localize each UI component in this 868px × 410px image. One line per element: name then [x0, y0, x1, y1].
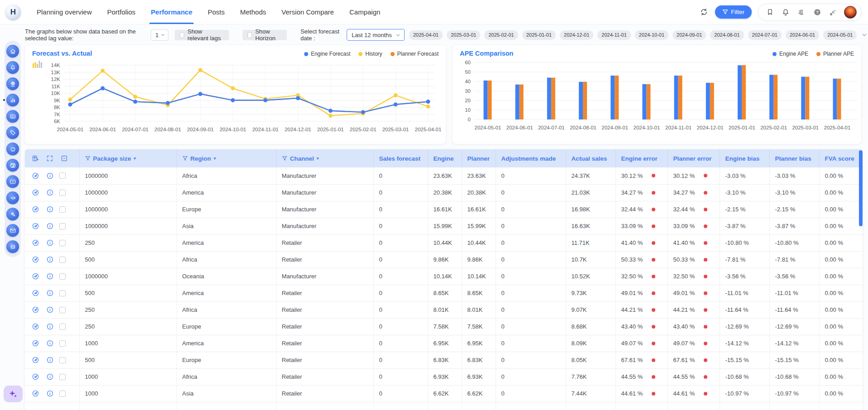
row-checkbox[interactable] [59, 172, 66, 179]
date-chip[interactable]: 2024-07-01 [748, 30, 782, 40]
sidebar-item-help-card[interactable]: ? [6, 175, 19, 188]
date-chip[interactable]: 2024-12-01 [560, 30, 593, 40]
column-header-planner-bias[interactable]: Planner bias [769, 149, 819, 167]
table-row[interactable]: 1000AmericaRetailer06.95K6.95K08.09K49.0… [25, 335, 863, 352]
navigate-icon[interactable] [30, 255, 40, 265]
refresh-icon[interactable] [699, 7, 709, 17]
info-icon[interactable] [45, 372, 55, 382]
navigate-icon[interactable] [30, 238, 40, 248]
rewards-icon[interactable] [796, 7, 806, 17]
help-icon[interactable]: ? [812, 7, 822, 17]
info-icon[interactable] [45, 171, 55, 181]
info-icon[interactable] [45, 255, 55, 265]
column-header-engine-error[interactable]: Engine error [615, 149, 668, 167]
info-icon[interactable] [45, 238, 55, 248]
collapse-rows-icon[interactable] [59, 153, 69, 163]
table-row[interactable]: 250AfricaRetailer08.01K8.01K09.07K44.21 … [25, 301, 863, 318]
sidebar-item-home[interactable] [6, 45, 19, 57]
date-chip[interactable]: 2025-02-01 [484, 30, 518, 40]
row-checkbox[interactable] [59, 357, 66, 363]
lag-value-select[interactable]: 1 [151, 29, 168, 41]
tab-posts[interactable]: Posts [200, 0, 233, 24]
table-row[interactable]: 1000000OceaniaManufacturer010.14K10.14K0… [25, 268, 863, 285]
row-checkbox[interactable] [59, 206, 66, 213]
row-checkbox[interactable] [59, 290, 66, 296]
column-header-fva-score[interactable]: FVA score [819, 149, 863, 167]
date-chip[interactable]: 2024-05-01 [823, 30, 857, 40]
sidebar-item-mail[interactable] [6, 224, 19, 237]
table-row[interactable]: 1000AfricaRetailer06.93K6.93K07.76K44.55… [25, 368, 863, 385]
date-chip[interactable]: 2024-11-01 [597, 30, 630, 40]
date-chip[interactable]: 2024-08-01 [710, 30, 744, 40]
info-icon[interactable] [45, 205, 55, 215]
date-chip[interactable]: 2024-09-01 [672, 30, 706, 40]
sort-caret-icon[interactable]: ▾ [134, 156, 136, 161]
column-header-actual-sales[interactable]: Actual sales [566, 149, 615, 167]
tab-methods[interactable]: Methods [233, 0, 274, 24]
sidebar-item-gears[interactable] [6, 208, 19, 220]
table-row[interactable]: 500AmericaRetailer08.65K8.65K09.73K49.01… [25, 285, 863, 301]
column-header-engine[interactable]: Engine [428, 149, 462, 167]
insert-table-icon[interactable] [30, 153, 40, 163]
info-icon[interactable] [45, 272, 55, 281]
tab-campaign[interactable]: Campaign [342, 0, 388, 24]
sidebar-item-tag[interactable] [6, 126, 19, 139]
sidebar-item-integration[interactable] [6, 191, 19, 204]
avatar[interactable] [844, 6, 857, 19]
navigate-icon[interactable] [30, 205, 40, 215]
row-checkbox[interactable] [59, 391, 66, 397]
info-icon[interactable] [45, 221, 55, 231]
navigate-icon[interactable] [30, 372, 40, 382]
filter-button[interactable]: Filter [715, 5, 752, 19]
table-row[interactable]: 1000000AsiaManufacturer015.99K15.99K016.… [25, 218, 863, 234]
column-header-region[interactable]: Region▾ [176, 149, 276, 167]
tab-performance[interactable]: Performance [143, 0, 200, 24]
ai-assistant-button[interactable] [4, 386, 23, 402]
info-icon[interactable] [45, 322, 55, 332]
navigate-icon[interactable] [30, 171, 40, 181]
sidebar-item-piggy-bank[interactable] [6, 143, 19, 155]
table-row[interactable]: 250EuropeRetailer07.58K7.58K08.68K43.40 … [25, 318, 863, 335]
date-chip[interactable]: 2025-04-01 [409, 30, 443, 40]
info-icon[interactable] [45, 305, 55, 315]
info-icon[interactable] [45, 355, 55, 365]
table-row[interactable]: 1000000AfricaManufacturer023.63K23.63K02… [25, 167, 863, 184]
tab-version-compare[interactable]: Version Compare [274, 0, 342, 24]
bookmark-icon[interactable] [765, 7, 775, 17]
row-checkbox[interactable] [59, 340, 66, 347]
date-chip[interactable]: 2024-10-01 [635, 30, 668, 40]
navigate-icon[interactable] [30, 288, 40, 298]
table-row[interactable]: 250AmericaRetailer010.44K10.44K011.71K41… [25, 234, 863, 251]
navigate-icon[interactable] [30, 322, 40, 332]
table-row[interactable]: 1000000AmericaManufacturer020.38K20.38K0… [25, 184, 863, 201]
row-checkbox[interactable] [59, 307, 66, 313]
row-checkbox[interactable] [59, 273, 66, 280]
column-header-planner[interactable]: Planner [462, 149, 496, 167]
navigate-icon[interactable] [30, 188, 40, 198]
sidebar-item-coins[interactable] [6, 240, 19, 253]
navigate-icon[interactable] [30, 221, 40, 231]
sidebar-item-world-finance[interactable] [6, 77, 19, 90]
table-row[interactable]: 1000AsiaRetailer06.62K6.62K07.44K44.61 %… [25, 385, 863, 402]
info-icon[interactable] [45, 338, 55, 348]
table-row[interactable]: 500AfricaRetailer09.86K9.86K010.7K50.33 … [25, 251, 863, 268]
show-horizon-checkbox[interactable]: Show Horizon [243, 30, 287, 40]
row-checkbox[interactable] [59, 374, 66, 380]
sidebar-item-alerts[interactable] [6, 61, 19, 74]
table-row[interactable]: 1000000EuropeManufacturer016.61K16.61K01… [25, 201, 863, 218]
row-checkbox[interactable] [59, 190, 66, 196]
table-row[interactable]: 500EuropeRetailer06.83K6.83K08.05K67.61 … [25, 352, 863, 368]
chevron-down-icon[interactable] [860, 30, 868, 40]
info-icon[interactable] [45, 188, 55, 198]
table-vertical-scrollbar[interactable] [859, 150, 863, 226]
tab-planning-overview[interactable]: Planning overview [29, 0, 100, 24]
sidebar-item-forecast-media[interactable] [6, 110, 19, 123]
date-chip[interactable]: 2025-03-01 [447, 30, 480, 40]
column-header-adjustments-made[interactable]: Adjustments made [496, 149, 566, 167]
navigate-icon[interactable] [30, 338, 40, 348]
navigate-icon[interactable] [30, 305, 40, 315]
sort-caret-icon[interactable]: ▾ [317, 156, 319, 161]
notifications-icon[interactable] [781, 7, 791, 17]
sidebar-item-calendar-edit[interactable] [6, 159, 19, 172]
column-header-package-size[interactable]: Package size▾ [79, 149, 176, 167]
